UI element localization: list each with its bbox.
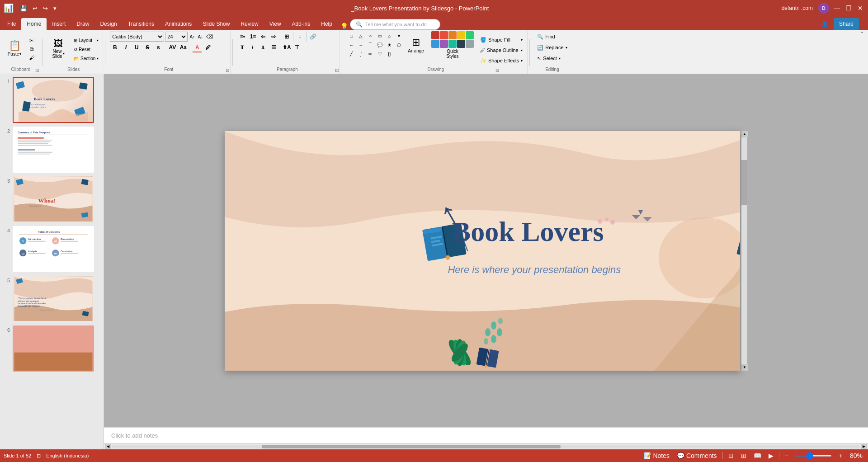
shape-bracket-button[interactable]: {} (385, 50, 394, 58)
slide-thumb-1[interactable]: Book Lovers Here is where your presentat… (13, 77, 94, 123)
shape-circle-button[interactable]: ○ (366, 32, 375, 40)
shape-rect-button[interactable]: □ (347, 32, 356, 40)
slide-sorter-button[interactable]: ⊞ (739, 451, 748, 460)
italic-button[interactable]: I (121, 42, 131, 52)
paragraph-expand-button[interactable]: ⊡ (335, 68, 339, 73)
share-button[interactable]: Share (834, 18, 859, 30)
shape-heart-button[interactable]: ♡ (375, 50, 384, 58)
tab-review[interactable]: Review (235, 18, 264, 30)
comments-button[interactable]: 💬 Comments (675, 451, 719, 460)
slide-thumb-5[interactable]: "This is a quote. Words full of wisdom t… (13, 276, 94, 322)
format-painter-button[interactable]: 🖌 (26, 54, 37, 62)
text-highlight-button[interactable]: 🖊 (203, 42, 213, 52)
undo-button[interactable]: ↩ (31, 4, 39, 13)
layout-button[interactable]: ⊞ Layout ▾ (72, 37, 100, 45)
shape-arrow-right-button[interactable]: → (356, 41, 365, 49)
reading-view-button[interactable]: 📖 (752, 451, 763, 460)
shape-freeform-button[interactable]: ✏ (366, 50, 375, 58)
cut-button[interactable]: ✂ (26, 37, 37, 45)
normal-view-button[interactable]: ⊟ (726, 451, 736, 460)
scroll-down-button[interactable]: ▼ (741, 364, 748, 371)
strikethrough-button[interactable]: S (142, 42, 152, 52)
slide-thumb-4[interactable]: Table of Contents 01 Introduction 02 Pre… (13, 226, 94, 272)
slide-thumb-2[interactable]: Contents of This Template (13, 127, 94, 173)
shape-star-button[interactable]: ★ (385, 41, 394, 49)
shape-trapezoid-button[interactable]: ⌂ (385, 32, 394, 40)
shadow-button[interactable]: s (153, 42, 163, 52)
slideshow-button[interactable]: ▶ (767, 451, 775, 460)
slide-item-3[interactable]: 3 Whoa! Some text here (2, 175, 102, 223)
align-right-button[interactable]: ⫫ (258, 42, 268, 52)
replace-button[interactable]: 🔄 Replace ▾ (534, 42, 570, 52)
canvas-vertical-scrollbar[interactable]: ▲ ▼ (741, 131, 747, 371)
increase-font-size-button[interactable]: A↑ (189, 32, 196, 42)
redo-button[interactable]: ↪ (41, 4, 50, 13)
shape-effects-button[interactable]: ✨ Shape Effects ▾ (478, 56, 524, 65)
font-family-select[interactable]: Calibri (Body) (110, 32, 164, 42)
zoom-out-button[interactable]: − (783, 451, 790, 460)
zoom-slider[interactable] (796, 455, 832, 457)
slide-item-1[interactable]: 1 Book Lovers Here is where your present… (2, 76, 102, 124)
scroll-up-button[interactable]: ▲ (741, 131, 748, 137)
close-button[interactable]: ✕ (856, 4, 864, 12)
columns-button[interactable]: ⊞ (282, 32, 292, 42)
tab-design[interactable]: Design (94, 18, 122, 30)
align-center-button[interactable]: ⫶ (248, 42, 258, 52)
zoom-level-button[interactable]: 80% (848, 451, 864, 460)
scroll-left-button[interactable]: ◀ (105, 444, 111, 449)
tab-home[interactable]: Home (21, 18, 47, 30)
scroll-right-button[interactable]: ▶ (861, 444, 867, 449)
slide-canvas[interactable]: ↑ ↑ (225, 131, 740, 371)
shape-triangle-button[interactable]: △ (356, 32, 365, 40)
tab-slideshow[interactable]: Slide Show (197, 18, 235, 30)
tab-insert[interactable]: Insert (47, 18, 71, 30)
justify-button[interactable]: ☰ (269, 42, 278, 52)
shape-callout-button[interactable]: 💬 (375, 41, 384, 49)
numbering-button[interactable]: 1≡ (248, 32, 258, 42)
change-case-button[interactable]: Aa (178, 42, 188, 52)
shape-rounded-rect-button[interactable]: ▭ (375, 32, 384, 40)
new-slide-button[interactable]: 🖼 NewSlide ▾ (47, 34, 70, 63)
font-color-button[interactable]: A (192, 42, 202, 52)
decrease-font-size-button[interactable]: A↓ (197, 32, 204, 42)
user-avatar[interactable]: D (818, 3, 829, 14)
slide-thumb-3[interactable]: Whoa! Some text here (13, 176, 94, 222)
slide-item-2[interactable]: 2 Contents of This Template (2, 126, 102, 174)
restore-button[interactable]: ❐ (844, 4, 853, 12)
text-direction-button[interactable]: ⬆A (282, 42, 292, 52)
drawing-expand-button[interactable]: ⊡ (495, 68, 499, 73)
decrease-indent-button[interactable]: ⇦ (258, 32, 268, 42)
slide-item-4[interactable]: 4 Table of Contents 01 Introduction 02 P… (2, 225, 102, 273)
shape-arrow-left-button[interactable]: ← (347, 41, 356, 49)
align-left-button[interactable]: ⫪ (237, 42, 247, 52)
shapes-more-button[interactable]: ▾ (394, 32, 403, 40)
copy-button[interactable]: ⧉ (26, 45, 37, 53)
quick-styles-button[interactable]: Quick Styles (429, 32, 476, 58)
find-button[interactable]: 🔍 Find (534, 32, 570, 42)
shape-curve-button[interactable]: ∫ (356, 50, 365, 58)
reset-button[interactable]: ↺ Reset (72, 46, 100, 54)
slide-item-6[interactable]: 6 (2, 325, 102, 372)
arrange-button[interactable]: ⊞ Arrange (405, 32, 427, 58)
char-spacing-button[interactable]: AV (167, 42, 177, 52)
bold-button[interactable]: B (110, 42, 120, 52)
horizontal-scrollbar[interactable]: ◀ ▶ (104, 443, 868, 449)
tab-file[interactable]: File (2, 18, 21, 30)
tab-help[interactable]: Help (316, 18, 338, 30)
shape-pentagon-button[interactable]: ⬠ (394, 41, 403, 49)
shape-arc-button[interactable]: ⌒ (366, 41, 375, 49)
ribbon-collapse-button[interactable]: ⌃ (860, 31, 864, 37)
slide-item-5[interactable]: 5 "This is a quote. Words full of wisdom… (2, 275, 102, 323)
shape-outline-button[interactable]: 🖊 Shape Outline ▾ (478, 46, 524, 55)
increase-indent-button[interactable]: ⇨ (269, 32, 278, 42)
tab-draw[interactable]: Draw (71, 18, 94, 30)
bullets-button[interactable]: ≡• (237, 32, 247, 42)
minimize-button[interactable]: — (833, 4, 841, 12)
section-button[interactable]: 📂 Section ▾ (72, 55, 100, 63)
clear-formatting-button[interactable]: ⌫ (205, 32, 215, 42)
tell-me-input[interactable]: 🔍 Tell me what you want to do (350, 19, 440, 30)
select-button[interactable]: ↖ Select ▾ (534, 53, 570, 63)
font-size-select[interactable]: 24 (165, 32, 188, 42)
tab-transitions[interactable]: Transitions (123, 18, 160, 30)
shape-line-button[interactable]: ╱ (347, 50, 356, 58)
